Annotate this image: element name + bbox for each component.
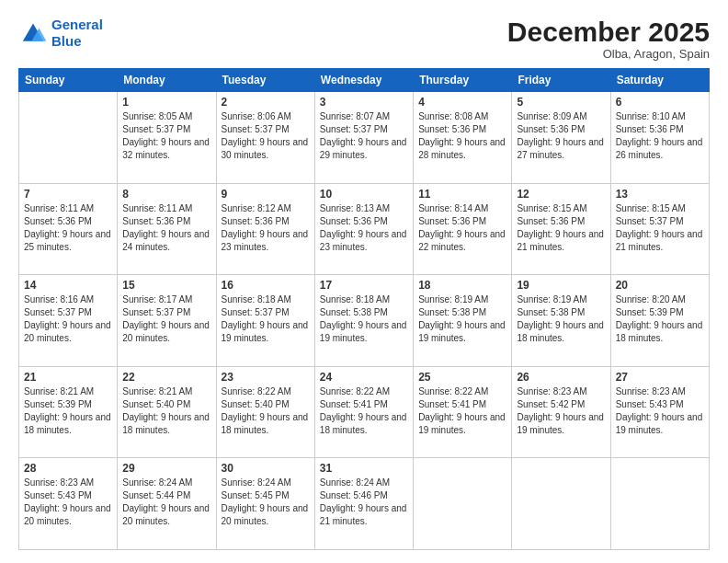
day-number: 22 — [122, 371, 210, 384]
day-info: Sunrise: 8:13 AMSunset: 5:36 PMDaylight:… — [320, 202, 408, 254]
day-cell: 21Sunrise: 8:21 AMSunset: 5:39 PMDayligh… — [19, 366, 118, 458]
calendar-header-row: SundayMondayTuesdayWednesdayThursdayFrid… — [19, 69, 710, 92]
day-info: Sunrise: 8:18 AMSunset: 5:38 PMDaylight:… — [320, 293, 408, 345]
day-cell: 30Sunrise: 8:24 AMSunset: 5:45 PMDayligh… — [216, 458, 314, 550]
day-number: 23 — [222, 371, 310, 384]
day-info: Sunrise: 8:24 AMSunset: 5:44 PMDaylight:… — [122, 477, 210, 528]
day-cell: 9Sunrise: 8:12 AMSunset: 5:36 PMDaylight… — [216, 183, 314, 275]
calendar-table: SundayMondayTuesdayWednesdayThursdayFrid… — [18, 68, 710, 550]
day-cell: 15Sunrise: 8:17 AMSunset: 5:37 PMDayligh… — [118, 275, 216, 367]
day-number: 17 — [320, 279, 408, 292]
day-cell: 27Sunrise: 8:23 AMSunset: 5:43 PMDayligh… — [610, 366, 709, 458]
day-cell: 23Sunrise: 8:22 AMSunset: 5:40 PMDayligh… — [216, 366, 314, 458]
day-info: Sunrise: 8:05 AMSunset: 5:37 PMDaylight:… — [122, 110, 210, 162]
day-info: Sunrise: 8:15 AMSunset: 5:37 PMDaylight:… — [616, 202, 704, 254]
day-number: 14 — [24, 279, 112, 292]
day-number: 13 — [616, 188, 704, 201]
header-saturday: Saturday — [610, 69, 709, 92]
header-sunday: Sunday — [19, 69, 118, 92]
day-cell: 28Sunrise: 8:23 AMSunset: 5:43 PMDayligh… — [19, 458, 118, 550]
day-cell: 20Sunrise: 8:20 AMSunset: 5:39 PMDayligh… — [610, 275, 709, 367]
day-info: Sunrise: 8:22 AMSunset: 5:40 PMDaylight:… — [222, 385, 310, 437]
day-number: 5 — [517, 96, 605, 109]
day-cell: 22Sunrise: 8:21 AMSunset: 5:40 PMDayligh… — [118, 366, 216, 458]
header: General Blue December 2025 Olba, Aragon,… — [18, 17, 710, 61]
day-cell: 10Sunrise: 8:13 AMSunset: 5:36 PMDayligh… — [314, 183, 413, 275]
day-info: Sunrise: 8:24 AMSunset: 5:46 PMDaylight:… — [320, 477, 408, 528]
day-cell: 11Sunrise: 8:14 AMSunset: 5:36 PMDayligh… — [414, 183, 512, 275]
day-cell: 6Sunrise: 8:10 AMSunset: 5:36 PMDaylight… — [610, 92, 709, 184]
day-cell: 19Sunrise: 8:19 AMSunset: 5:38 PMDayligh… — [512, 275, 610, 367]
day-cell — [512, 458, 610, 550]
day-number: 18 — [418, 279, 506, 292]
day-cell: 14Sunrise: 8:16 AMSunset: 5:37 PMDayligh… — [19, 275, 118, 367]
day-number: 9 — [222, 188, 310, 201]
week-row-2: 7Sunrise: 8:11 AMSunset: 5:36 PMDaylight… — [19, 183, 710, 275]
logo: General Blue — [18, 17, 103, 50]
day-info: Sunrise: 8:20 AMSunset: 5:39 PMDaylight:… — [616, 293, 704, 345]
day-info: Sunrise: 8:22 AMSunset: 5:41 PMDaylight:… — [418, 385, 506, 437]
day-info: Sunrise: 8:19 AMSunset: 5:38 PMDaylight:… — [517, 293, 605, 345]
day-cell: 8Sunrise: 8:11 AMSunset: 5:36 PMDaylight… — [118, 183, 216, 275]
logo-text: General Blue — [51, 17, 103, 50]
day-number: 4 — [418, 96, 506, 109]
day-number: 12 — [517, 188, 605, 201]
day-number: 27 — [616, 371, 704, 384]
day-cell: 18Sunrise: 8:19 AMSunset: 5:38 PMDayligh… — [414, 275, 512, 367]
day-cell: 31Sunrise: 8:24 AMSunset: 5:46 PMDayligh… — [314, 458, 413, 550]
day-info: Sunrise: 8:21 AMSunset: 5:40 PMDaylight:… — [122, 385, 210, 437]
day-cell — [610, 458, 709, 550]
day-number: 10 — [320, 188, 408, 201]
header-thursday: Thursday — [414, 69, 512, 92]
day-info: Sunrise: 8:19 AMSunset: 5:38 PMDaylight:… — [418, 293, 506, 345]
day-cell: 24Sunrise: 8:22 AMSunset: 5:41 PMDayligh… — [314, 366, 413, 458]
day-cell: 1Sunrise: 8:05 AMSunset: 5:37 PMDaylight… — [118, 92, 216, 184]
day-number: 25 — [418, 371, 506, 384]
day-info: Sunrise: 8:23 AMSunset: 5:43 PMDaylight:… — [24, 477, 112, 528]
day-cell: 4Sunrise: 8:08 AMSunset: 5:36 PMDaylight… — [414, 92, 512, 184]
day-info: Sunrise: 8:10 AMSunset: 5:36 PMDaylight:… — [616, 110, 704, 162]
day-number: 8 — [122, 188, 210, 201]
day-number: 28 — [24, 462, 112, 475]
day-cell: 5Sunrise: 8:09 AMSunset: 5:36 PMDaylight… — [512, 92, 610, 184]
logo-icon — [18, 20, 48, 46]
location: Olba, Aragon, Spain — [507, 47, 710, 61]
day-number: 15 — [122, 279, 210, 292]
day-info: Sunrise: 8:23 AMSunset: 5:43 PMDaylight:… — [616, 385, 704, 437]
day-info: Sunrise: 8:23 AMSunset: 5:42 PMDaylight:… — [517, 385, 605, 437]
day-info: Sunrise: 8:24 AMSunset: 5:45 PMDaylight:… — [222, 477, 310, 528]
day-info: Sunrise: 8:12 AMSunset: 5:36 PMDaylight:… — [222, 202, 310, 254]
day-info: Sunrise: 8:14 AMSunset: 5:36 PMDaylight:… — [418, 202, 506, 254]
day-info: Sunrise: 8:21 AMSunset: 5:39 PMDaylight:… — [24, 385, 112, 437]
day-info: Sunrise: 8:18 AMSunset: 5:37 PMDaylight:… — [222, 293, 310, 345]
day-info: Sunrise: 8:06 AMSunset: 5:37 PMDaylight:… — [222, 110, 310, 162]
day-cell: 3Sunrise: 8:07 AMSunset: 5:37 PMDaylight… — [314, 92, 413, 184]
day-number: 30 — [222, 462, 310, 475]
day-number: 1 — [122, 96, 210, 109]
calendar-page: General Blue December 2025 Olba, Aragon,… — [0, 0, 728, 563]
day-number: 2 — [222, 96, 310, 109]
week-row-4: 21Sunrise: 8:21 AMSunset: 5:39 PMDayligh… — [19, 366, 710, 458]
day-number: 16 — [222, 279, 310, 292]
day-number: 7 — [24, 188, 112, 201]
day-info: Sunrise: 8:22 AMSunset: 5:41 PMDaylight:… — [320, 385, 408, 437]
day-cell: 26Sunrise: 8:23 AMSunset: 5:42 PMDayligh… — [512, 366, 610, 458]
day-number: 6 — [616, 96, 704, 109]
day-cell: 17Sunrise: 8:18 AMSunset: 5:38 PMDayligh… — [314, 275, 413, 367]
day-number: 24 — [320, 371, 408, 384]
week-row-1: 1Sunrise: 8:05 AMSunset: 5:37 PMDaylight… — [19, 92, 710, 184]
week-row-3: 14Sunrise: 8:16 AMSunset: 5:37 PMDayligh… — [19, 275, 710, 367]
day-cell: 2Sunrise: 8:06 AMSunset: 5:37 PMDaylight… — [216, 92, 314, 184]
day-cell: 16Sunrise: 8:18 AMSunset: 5:37 PMDayligh… — [216, 275, 314, 367]
day-info: Sunrise: 8:15 AMSunset: 5:36 PMDaylight:… — [517, 202, 605, 254]
day-info: Sunrise: 8:11 AMSunset: 5:36 PMDaylight:… — [122, 202, 210, 254]
day-info: Sunrise: 8:11 AMSunset: 5:36 PMDaylight:… — [24, 202, 112, 254]
day-cell: 12Sunrise: 8:15 AMSunset: 5:36 PMDayligh… — [512, 183, 610, 275]
day-number: 21 — [24, 371, 112, 384]
day-info: Sunrise: 8:16 AMSunset: 5:37 PMDaylight:… — [24, 293, 112, 345]
day-cell: 13Sunrise: 8:15 AMSunset: 5:37 PMDayligh… — [610, 183, 709, 275]
day-number: 19 — [517, 279, 605, 292]
day-cell — [19, 92, 118, 184]
day-info: Sunrise: 8:08 AMSunset: 5:36 PMDaylight:… — [418, 110, 506, 162]
day-number: 3 — [320, 96, 408, 109]
